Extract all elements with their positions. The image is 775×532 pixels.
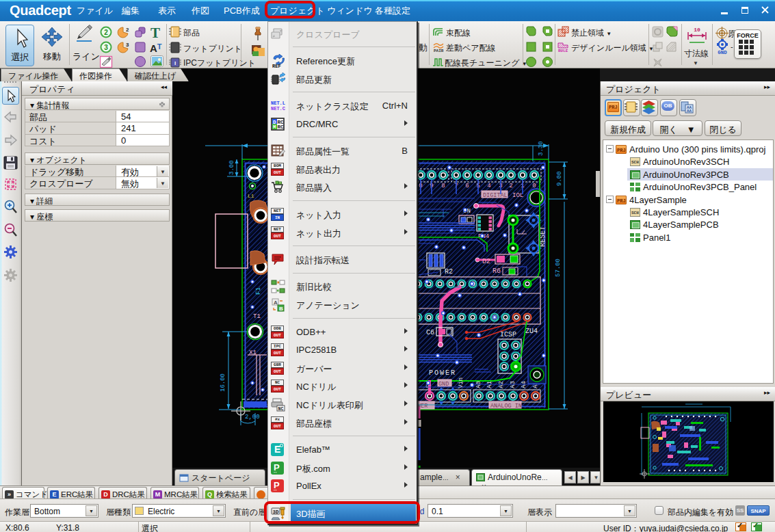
svg-text:2: 2 [509, 183, 512, 189]
svg-text:A0: A0 [475, 381, 482, 388]
svg-text:X1: X1 [249, 349, 257, 356]
svg-text:ICSP: ICSP [500, 331, 516, 338]
svg-text:AA: AA [687, 109, 692, 113]
svg-text:GND: GND [718, 50, 727, 55]
svg-text:A1: A1 [486, 381, 493, 388]
svg-text:9.00: 9.00 [556, 171, 563, 186]
svg-text:8: 8 [441, 183, 445, 189]
svg-text:6: 6 [465, 183, 469, 189]
svg-text:A3: A3 [510, 381, 516, 388]
svg-text:3.30: 3.30 [538, 141, 544, 156]
svg-text:ANALOG IN: ANALOG IN [490, 403, 522, 410]
svg-text:B: B [279, 306, 283, 312]
svg-text:A2: A2 [498, 381, 505, 388]
svg-text:3.00: 3.00 [228, 160, 235, 175]
svg-text:RULE: RULE [558, 49, 568, 53]
svg-text:4: 4 [487, 183, 490, 189]
svg-text:R2: R2 [445, 268, 453, 276]
svg-text:A4: A4 [521, 381, 527, 388]
svg-text:DIGITAL: DIGITAL [483, 192, 508, 199]
svg-text:NC: NC [278, 406, 284, 411]
svg-text:R6: R6 [492, 267, 501, 275]
svg-text:PAIR: PAIR [434, 49, 444, 53]
svg-text:L1: L1 [248, 193, 254, 199]
svg-text:RC: RC [278, 124, 285, 130]
svg-text:C6: C6 [426, 329, 434, 336]
svg-text:GND: GND [438, 381, 449, 388]
svg-text:I: I [174, 60, 176, 66]
svg-text:10: 10 [694, 27, 700, 33]
svg-text:IOL: IOL [512, 192, 523, 199]
svg-text:POWER: POWER [429, 369, 456, 377]
svg-text:16.00: 16.00 [220, 373, 226, 392]
svg-text:2: 2 [126, 27, 129, 33]
svg-text:3: 3 [126, 42, 129, 48]
svg-text:F1: F1 [255, 287, 262, 295]
svg-text:3: 3 [104, 44, 108, 51]
svg-text:A: A [274, 300, 278, 306]
svg-text:57.00: 57.00 [555, 258, 562, 277]
svg-text:ZU4: ZU4 [525, 328, 538, 335]
svg-text:M: M [273, 124, 276, 130]
svg-text:D2: D2 [482, 258, 490, 265]
svg-text:REF: REF [272, 64, 281, 68]
svg-text:2,00: 2,00 [245, 414, 260, 421]
svg-text:T1: T1 [253, 313, 261, 320]
svg-text:2: 2 [104, 29, 108, 36]
